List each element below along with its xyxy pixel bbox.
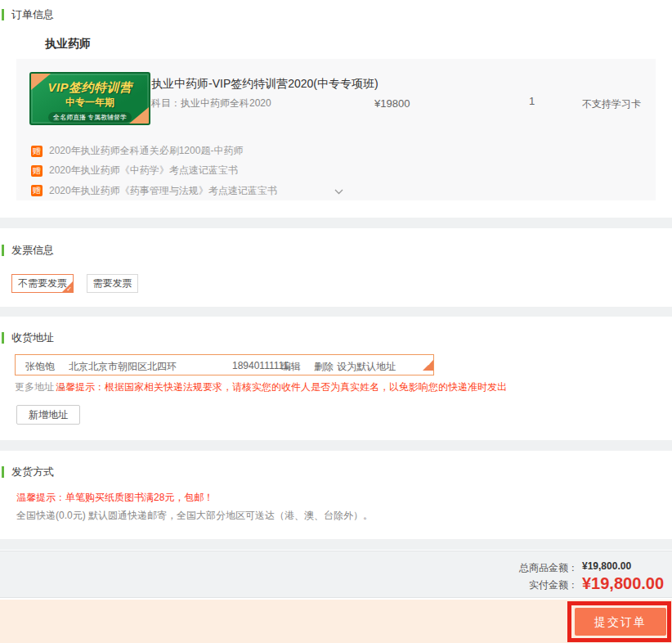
recipient-address: 北京北京市朝阳区北四环	[69, 360, 177, 374]
edit-link[interactable]: 编辑	[281, 360, 301, 374]
need-invoice-button[interactable]: 需要发票	[87, 274, 138, 293]
banner-tagline: 全名师直播 专属教辅督学	[48, 112, 132, 123]
product-card: VIP签约特训营 中专一年期 全名师直播 专属教辅督学 执业中药师-VIP签约特…	[16, 59, 656, 200]
product-title: 执业中药师-VIP签约特训营2020(中专专项班)	[151, 77, 379, 92]
address-row[interactable]: 张饱饱 北京北京市朝阳区北四环 18940111111 编辑 删除 设为默认地址…	[15, 354, 434, 375]
set-default-link[interactable]: 设为默认地址	[337, 360, 396, 374]
invoice-header-title: 发票信息	[11, 243, 54, 258]
total-amount-label: 总商品金额：	[458, 561, 578, 575]
checkout-page: 订单信息 执业药师 VIP签约特训营 中专一年期 全名师直播 专属教辅督学 执业…	[0, 0, 672, 643]
gift-badge-icon: 赠	[31, 165, 43, 177]
footer-strip	[0, 600, 672, 643]
product-price: ¥19800	[374, 97, 410, 110]
recipient-phone: 18940111111	[232, 360, 289, 371]
gift-item: 赠 2020年执业药师《药事管理与法规》考点速记蓝宝书	[31, 183, 343, 198]
shipping-header-title: 发货方式	[11, 465, 54, 479]
shipping-section-header: 发货方式	[2, 465, 54, 479]
section-bar	[2, 466, 4, 478]
check-icon: ✓	[427, 360, 432, 376]
product-category-title: 执业药师	[45, 37, 91, 52]
order-section-header: 订单信息	[2, 7, 54, 22]
need-invoice-label: 需要发票	[93, 277, 132, 289]
gift-item: 赠 2020年执业药师全科通关必刷1200题-中药师	[31, 144, 243, 158]
section-bar	[2, 245, 4, 256]
no-invoice-label: 不需要发票	[18, 277, 67, 289]
product-subject: 科目：执业中药师全科2020	[151, 97, 271, 110]
recipient-name: 张饱饱	[25, 360, 55, 374]
submit-order-button[interactable]: 提交订单	[575, 608, 666, 636]
gift-item-text: 2020年执业药师全科通关必刷1200题-中药师	[49, 144, 243, 158]
order-header-title: 订单信息	[11, 7, 54, 22]
gift-item: 赠 2020年执业药师《中药学》考点速记蓝宝书	[31, 164, 238, 178]
pay-amount-value: ¥19,800.00	[582, 574, 664, 593]
gift-item-text: 2020年执业药师《中药学》考点速记蓝宝书	[49, 164, 238, 178]
shipping-desc-text: 全国快递(0.0元) 默认圆通快递邮寄，全国大部分地区可送达（港、澳、台除外）。	[16, 509, 373, 523]
product-image: VIP签约特训营 中专一年期 全名师直播 专属教辅督学	[29, 72, 150, 125]
section-divider	[0, 218, 672, 228]
total-amount-value: ¥19,800.00	[582, 560, 631, 572]
gift-expand-chevron-icon[interactable]	[334, 183, 343, 198]
pay-amount-label: 实付金额：	[458, 578, 578, 592]
no-invoice-button[interactable]: 不需要发票 ✓	[11, 274, 74, 293]
add-address-button[interactable]: 新增地址	[16, 405, 80, 425]
more-address-label: 更多地址	[15, 380, 54, 394]
section-divider	[0, 440, 672, 451]
shipping-tip-text: 温馨提示：单笔购买纸质图书满28元，包邮！	[16, 491, 213, 505]
gift-badge-icon: 赠	[31, 185, 43, 196]
section-bar	[2, 9, 4, 20]
summary-panel: 总商品金额： ¥19,800.00 实付金额： ¥19,800.00	[0, 551, 672, 598]
product-quantity: 1	[529, 95, 535, 107]
address-section-header: 收货地址	[2, 330, 54, 345]
section-divider	[0, 307, 672, 317]
check-icon: ✓	[66, 286, 72, 294]
address-header-title: 收货地址	[11, 330, 54, 345]
invoice-section-header: 发票信息	[2, 243, 54, 258]
banner-corner-decoration	[129, 107, 149, 124]
address-warning-text: 温馨提示：根据国家相关快递法规要求，请核实您的收件人是否为真实姓名，以免影响您的…	[56, 380, 507, 394]
gift-badge-icon: 赠	[31, 146, 43, 157]
delete-link[interactable]: 删除	[314, 360, 334, 374]
section-divider	[0, 539, 672, 550]
section-bar	[2, 332, 4, 344]
gift-item-text: 2020年执业药师《药事管理与法规》考点速记蓝宝书	[49, 184, 277, 198]
product-card-note: 不支持学习卡	[582, 97, 641, 111]
banner-corner-decoration	[31, 74, 51, 90]
